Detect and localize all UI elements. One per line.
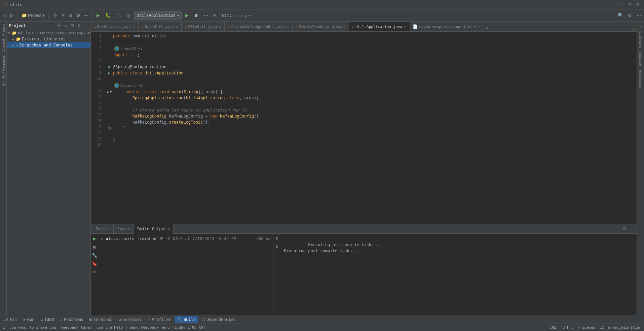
bottom-problems-button[interactable]: ⚠ Problems (58, 316, 86, 323)
debug-icon[interactable]: ⚑ (110, 89, 112, 95)
line-ending[interactable]: CRLF (550, 325, 559, 330)
dependencies-btn-label: Dependencies (206, 317, 236, 322)
sidebar-commit-button[interactable]: Commit (1, 38, 6, 53)
run-config-dropdown[interactable]: UtilsApplication ▾ (134, 11, 182, 20)
sidebar-git-button[interactable]: Git (1, 80, 6, 88)
tab-customkafka[interactable]: ☕ CustomKafkaAppender.java ✕ (225, 22, 292, 31)
list-button[interactable]: ≡ (60, 12, 66, 19)
services-btn-label: Services (122, 317, 142, 322)
annotation-row-3: 👤 chaks03 +1 (104, 45, 637, 52)
gutter-9-run[interactable]: ▶ (107, 70, 112, 76)
sync-tab-close[interactable]: ✕ (128, 227, 130, 231)
annotation-row-11: 👤 Surabhi +1 (104, 82, 637, 89)
code-editor[interactable]: package com.uci.utils; 👤 chaks03 +1 (104, 32, 637, 224)
tab-close-button[interactable]: ✕ (404, 25, 407, 29)
sidebar-right-bookmarks[interactable]: Bookmarks (638, 30, 643, 49)
run-arrow-icon[interactable]: ▶ (107, 89, 109, 95)
build-scroll-bottom-button[interactable]: ⬇ (274, 243, 280, 251)
tab-botservice[interactable]: ☕ BotService.java ✕ (91, 22, 139, 31)
build-hide-button[interactable]: ─ (630, 226, 635, 232)
tab-bar-right: ✓ (633, 26, 637, 31)
tab-close-button[interactable]: ✕ (343, 25, 346, 29)
tab-fileutil[interactable]: ☕ FileUtil.java ✕ (182, 22, 225, 31)
build-bookmark-button[interactable]: 🔖 (91, 260, 98, 267)
tab-close-button[interactable]: ✕ (132, 25, 136, 29)
more-options-button[interactable]: ⋯ (635, 12, 643, 19)
bottom-build-button[interactable]: 🔨 Build (175, 316, 198, 323)
debug-button[interactable]: 🐛 (104, 12, 112, 19)
tab-simpleproducer[interactable]: ☕ SimpleProducer.java ✕ (293, 22, 349, 31)
file-tree-header: Project ➕ ≡ ⊟ ⚙ ─ (7, 22, 90, 30)
maximize-button[interactable]: □ (626, 1, 632, 8)
tab-close-button[interactable]: ⋯ (478, 25, 481, 29)
run-config-run-button[interactable]: ▶ (184, 12, 190, 19)
build-stop-button[interactable]: ⏹ (91, 243, 98, 251)
tree-item-scratches[interactable]: ▶ ✏ Scratches and Consoles (7, 42, 90, 48)
run-stop-button[interactable]: ⏹ (192, 12, 200, 19)
tree-item-utils[interactable]: ▼ 📁 utils C:\Users\LENOVO\Desktop\utils (7, 30, 90, 36)
build-wrench-button[interactable]: 🔧 (91, 252, 98, 259)
forward-button[interactable]: ▷ (9, 12, 15, 19)
build-scroll-top-button[interactable]: ⬆ (274, 235, 280, 242)
tab-close-button[interactable]: ✕ (218, 25, 222, 29)
hide-panel-button[interactable]: ─ (83, 12, 89, 19)
file-tree-add-button[interactable]: ➕ (55, 23, 63, 28)
file-tree-actions: ➕ ≡ ⊟ ⚙ ─ (55, 23, 88, 28)
sidebar-right-database[interactable]: Database (638, 50, 643, 67)
tab-label: CustomKafkaAppender.java (231, 25, 285, 29)
bottom-git-button[interactable]: ⎇ Git (1, 316, 20, 323)
settings-gear-icon[interactable]: ⚙ (75, 12, 82, 19)
branch-name[interactable]: graal_migration (608, 325, 641, 330)
add-button[interactable]: ➕ (51, 12, 60, 19)
build-eye-button[interactable]: 👁 (91, 269, 98, 276)
build-tab-build[interactable]: Build: (92, 224, 114, 234)
profile-button[interactable]: ◎ (125, 12, 132, 19)
back-button[interactable]: ◁ (1, 12, 8, 19)
build-tab-bar: Build: Sync ✕ Build Output ✕ ⚙ ─ (91, 224, 637, 234)
tab-utilsapplication[interactable]: ☕ UtilsApplication.java ✕ (349, 22, 410, 31)
output-tab-close[interactable]: ✕ (168, 227, 170, 231)
encoding[interactable]: UTF-8 (563, 325, 574, 330)
collapse-button[interactable]: ⊟ (67, 12, 74, 19)
bottom-terminal-button[interactable]: ⊞ Terminal (87, 316, 115, 323)
settings-main-button[interactable]: ⚙ (626, 12, 634, 19)
bottom-dependencies-button[interactable]: ⬡ Dependencies (199, 316, 238, 323)
java-file-icon: ☕ (141, 24, 144, 29)
close-button[interactable]: ✕ (634, 1, 641, 8)
tab-more-button[interactable]: » (484, 23, 491, 31)
build-rerun-button[interactable]: ▶ (92, 235, 97, 242)
search-everywhere-button[interactable]: 🔍 (616, 12, 625, 19)
run-more-button[interactable]: ⋯ (202, 12, 210, 19)
bottom-profiler-button[interactable]: ◎ Profiler (145, 316, 174, 323)
file-tree-collapse-button[interactable]: ⊟ (70, 23, 75, 28)
sidebar-right-notifications[interactable]: Notifications (638, 68, 643, 89)
run-dropdown-button[interactable]: ▾ (212, 12, 218, 19)
file-tree-scroll-button[interactable]: ≡ (64, 23, 68, 28)
tab-close-button[interactable]: ✕ (175, 25, 179, 29)
run-button[interactable]: ▶ (95, 12, 102, 19)
coverage-button[interactable]: ⬛ (114, 12, 123, 19)
build-tab-sync[interactable]: Sync ✕ (114, 224, 134, 234)
toolbar-project: 📁 Project ▾ (20, 12, 46, 19)
build-result-item[interactable]: ✓ utils: build finished UP-TO-DATE at 7/… (100, 235, 271, 242)
bottom-services-button[interactable]: ⚙ Services (116, 316, 145, 323)
toolbar-sep-4 (220, 12, 220, 19)
code-line-1: package com.uci.utils; (104, 33, 637, 39)
tree-item-external-libs[interactable]: ▶ 📁 External Libraries (7, 36, 90, 42)
tab-close-button[interactable]: ✕ (286, 25, 290, 29)
sidebar-project-button[interactable]: Project (1, 23, 6, 37)
tab-dateutil[interactable]: ☕ DateUtil.java ✕ (139, 22, 182, 31)
sidebar-pullreq-button[interactable]: Pull Requests (1, 54, 6, 79)
toolbar-sep-3 (91, 12, 91, 19)
bottom-run-button[interactable]: ▶ Run (21, 316, 37, 323)
tab-mavenwrapper[interactable]: 📄 maven-wrapper.properties ▾ ⋯ (410, 22, 484, 31)
build-settings-button[interactable]: ⚙ (621, 226, 628, 232)
bottom-todo-button[interactable]: ☑ TODO (38, 316, 57, 323)
project-view-button[interactable]: 📁 Project ▾ (20, 12, 46, 19)
tab-label: BotService.java (97, 25, 130, 29)
minimize-button[interactable]: ─ (618, 1, 624, 8)
file-tree-settings-button[interactable]: ⚙ (76, 23, 82, 28)
build-tab-output[interactable]: Build Output ✕ (134, 224, 174, 234)
file-tree-hide-button[interactable]: ─ (83, 23, 88, 28)
indent[interactable]: 4 spaces (578, 325, 596, 330)
